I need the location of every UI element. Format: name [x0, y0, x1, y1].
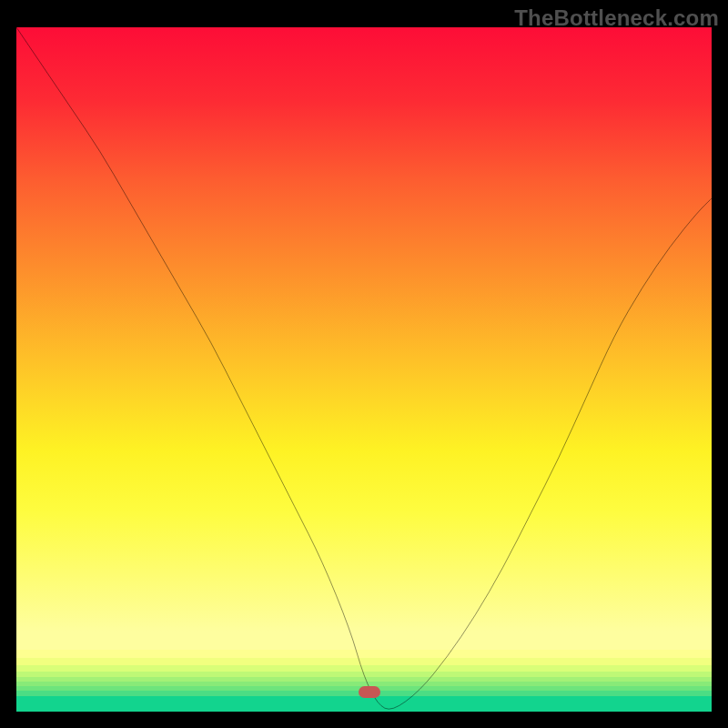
- x-axis-border: [0, 712, 728, 728]
- plot-area: [16, 27, 712, 712]
- chart-stage: TheBottleneck.com: [0, 0, 728, 728]
- y-axis-border: [0, 0, 16, 712]
- optimal-point-marker: [359, 686, 380, 698]
- watermark-text: TheBottleneck.com: [514, 5, 719, 31]
- bottleneck-curve: [16, 27, 712, 712]
